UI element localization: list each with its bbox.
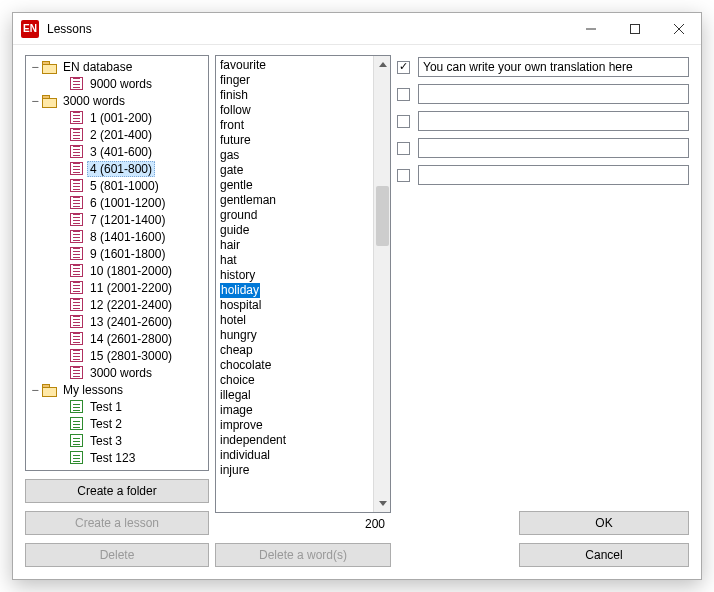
word-item[interactable]: holiday <box>220 283 373 298</box>
folder-tree[interactable]: −EN database9000 words−3000 words1 (001-… <box>25 55 209 471</box>
lesson-test-icon <box>70 400 83 413</box>
translation-input[interactable] <box>418 111 689 131</box>
word-item[interactable]: hat <box>220 253 373 268</box>
tree-node[interactable]: 9 (1601-1800) <box>28 245 208 262</box>
word-item[interactable]: gas <box>220 148 373 163</box>
word-item[interactable]: follow <box>220 103 373 118</box>
lesson-icon <box>70 145 83 158</box>
tree-label: 12 (2201-2400) <box>87 298 175 312</box>
translation-input[interactable] <box>418 138 689 158</box>
translation-checkbox[interactable] <box>397 169 410 182</box>
translation-row <box>397 111 689 131</box>
tree-node[interactable]: 8 (1401-1600) <box>28 228 208 245</box>
tree-node[interactable]: −My lessons <box>28 381 208 398</box>
create-lesson-button[interactable]: Create a lesson <box>25 511 209 535</box>
delete-button[interactable]: Delete <box>25 543 209 567</box>
app-icon: EN <box>21 20 39 38</box>
lesson-icon <box>70 213 83 226</box>
word-item[interactable]: finish <box>220 88 373 103</box>
tree-node[interactable]: 6 (1001-1200) <box>28 194 208 211</box>
translation-checkbox[interactable] <box>397 142 410 155</box>
word-item[interactable]: individual <box>220 448 373 463</box>
tree-label: Test 3 <box>87 434 125 448</box>
lesson-icon <box>70 77 83 90</box>
tree-node[interactable]: 5 (801-1000) <box>28 177 208 194</box>
word-item[interactable]: hair <box>220 238 373 253</box>
translation-checkbox[interactable] <box>397 88 410 101</box>
svg-marker-5 <box>379 501 387 506</box>
tree-node[interactable]: 13 (2401-2600) <box>28 313 208 330</box>
word-item[interactable]: gentle <box>220 178 373 193</box>
word-item[interactable]: chocolate <box>220 358 373 373</box>
tree-node[interactable]: Test 2 <box>28 415 208 432</box>
word-item[interactable]: front <box>220 118 373 133</box>
folder-icon <box>42 384 56 396</box>
maximize-button[interactable] <box>613 13 657 45</box>
tree-node[interactable]: 15 (2801-3000) <box>28 347 208 364</box>
close-button[interactable] <box>657 13 701 45</box>
word-list-scrollbar[interactable] <box>373 56 390 512</box>
word-item[interactable]: ground <box>220 208 373 223</box>
tree-label: 3000 words <box>60 94 128 108</box>
word-item[interactable]: improve <box>220 418 373 433</box>
tree-node[interactable]: Test 1 <box>28 398 208 415</box>
word-item[interactable]: favourite <box>220 58 373 73</box>
word-item[interactable]: illegal <box>220 388 373 403</box>
tree-node[interactable]: 3000 words <box>28 364 208 381</box>
tree-node[interactable]: 1 (001-200) <box>28 109 208 126</box>
tree-label: EN database <box>60 60 135 74</box>
word-item[interactable]: image <box>220 403 373 418</box>
tree-node[interactable]: 7 (1201-1400) <box>28 211 208 228</box>
word-item[interactable]: history <box>220 268 373 283</box>
tree-label: 3 (401-600) <box>87 145 155 159</box>
lesson-icon <box>70 230 83 243</box>
create-folder-button[interactable]: Create a folder <box>25 479 209 503</box>
tree-label: 3000 words <box>87 366 155 380</box>
word-item[interactable]: finger <box>220 73 373 88</box>
word-item[interactable]: independent <box>220 433 373 448</box>
word-item[interactable]: choice <box>220 373 373 388</box>
tree-label: My lessons <box>60 383 126 397</box>
ok-button[interactable]: OK <box>519 511 689 535</box>
tree-node[interactable]: 11 (2001-2200) <box>28 279 208 296</box>
word-item[interactable]: hotel <box>220 313 373 328</box>
word-item[interactable]: future <box>220 133 373 148</box>
tree-node[interactable]: −EN database <box>28 58 208 75</box>
tree-node[interactable]: −3000 words <box>28 92 208 109</box>
word-item[interactable]: guide <box>220 223 373 238</box>
minimize-button[interactable] <box>569 13 613 45</box>
translation-checkbox[interactable] <box>397 61 410 74</box>
translation-input[interactable] <box>418 84 689 104</box>
tree-node[interactable]: 14 (2601-2800) <box>28 330 208 347</box>
cancel-button[interactable]: Cancel <box>519 543 689 567</box>
delete-words-button[interactable]: Delete a word(s) <box>215 543 391 567</box>
word-item[interactable]: cheap <box>220 343 373 358</box>
tree-label: 1 (001-200) <box>87 111 155 125</box>
tree-label: 13 (2401-2600) <box>87 315 175 329</box>
translation-input[interactable] <box>418 57 689 77</box>
folder-icon <box>42 95 56 107</box>
tree-node[interactable]: Test 3 <box>28 432 208 449</box>
lesson-icon <box>70 281 83 294</box>
word-item[interactable]: hospital <box>220 298 373 313</box>
word-list[interactable]: favouritefingerfinishfollowfrontfuturega… <box>215 55 391 513</box>
scroll-down-button[interactable] <box>374 495 391 512</box>
word-item[interactable]: injure <box>220 463 373 478</box>
tree-node[interactable]: Test 123 <box>28 449 208 466</box>
tree-node[interactable]: 3 (401-600) <box>28 143 208 160</box>
translation-row <box>397 84 689 104</box>
word-item[interactable]: gentleman <box>220 193 373 208</box>
scroll-thumb[interactable] <box>376 186 389 246</box>
translation-checkbox[interactable] <box>397 115 410 128</box>
tree-label: 15 (2801-3000) <box>87 349 175 363</box>
word-item[interactable]: hungry <box>220 328 373 343</box>
translation-input[interactable] <box>418 165 689 185</box>
scroll-up-button[interactable] <box>374 56 391 73</box>
tree-node[interactable]: 2 (201-400) <box>28 126 208 143</box>
tree-node[interactable]: 10 (1801-2000) <box>28 262 208 279</box>
tree-node[interactable]: 12 (2201-2400) <box>28 296 208 313</box>
tree-node[interactable]: 9000 words <box>28 75 208 92</box>
translation-row <box>397 138 689 158</box>
word-item[interactable]: gate <box>220 163 373 178</box>
tree-node[interactable]: 4 (601-800) <box>28 160 208 177</box>
